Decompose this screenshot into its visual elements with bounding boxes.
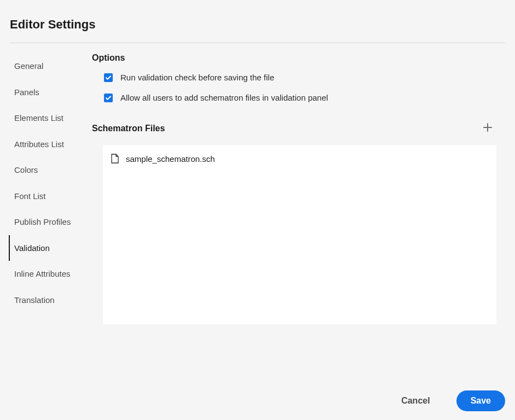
file-icon bbox=[111, 154, 119, 164]
checkbox-label: Run validation check before saving the f… bbox=[120, 73, 274, 82]
file-name: sample_schematron.sch bbox=[126, 154, 215, 164]
sidebar-item-label: Colors bbox=[14, 165, 38, 174]
plus-icon bbox=[483, 122, 493, 135]
sidebar-item-font-list[interactable]: Font List bbox=[9, 183, 92, 209]
sidebar-item-inline-attributes[interactable]: Inline Attributes bbox=[9, 261, 92, 287]
schematron-header-row: Schematron Files bbox=[92, 121, 502, 136]
sidebar-item-label: Font List bbox=[14, 191, 46, 201]
sidebar-item-validation[interactable]: Validation bbox=[9, 235, 92, 261]
save-button[interactable]: Save bbox=[456, 390, 505, 411]
sidebar-item-label: Panels bbox=[14, 88, 39, 97]
sidebar-item-label: General bbox=[14, 61, 43, 71]
footer-actions: Cancel Save bbox=[391, 390, 505, 411]
sidebar-item-panels[interactable]: Panels bbox=[9, 79, 92, 106]
content-wrap: General Panels Elements List Attributes … bbox=[0, 43, 515, 324]
sidebar-item-attributes-list[interactable]: Attributes List bbox=[9, 131, 92, 158]
schematron-section: Schematron Files sample_schematron.sch bbox=[92, 121, 502, 324]
sidebar-item-publish-profiles[interactable]: Publish Profiles bbox=[9, 209, 92, 235]
checkbox-label: Allow all users to add schematron files … bbox=[120, 93, 328, 102]
add-schematron-file-button[interactable] bbox=[480, 121, 495, 136]
page-title: Editor Settings bbox=[0, 0, 515, 43]
options-heading: Options bbox=[92, 53, 502, 63]
checkbox-option-run-validation[interactable]: Run validation check before saving the f… bbox=[104, 73, 502, 82]
sidebar-nav: General Panels Elements List Attributes … bbox=[9, 53, 92, 324]
sidebar-item-label: Translation bbox=[14, 295, 55, 305]
sidebar-item-label: Publish Profiles bbox=[14, 217, 71, 226]
schematron-files-panel: sample_schematron.sch bbox=[103, 145, 496, 324]
cancel-button[interactable]: Cancel bbox=[391, 390, 439, 411]
sidebar-item-colors[interactable]: Colors bbox=[9, 157, 92, 183]
schematron-heading: Schematron Files bbox=[92, 124, 165, 133]
sidebar-item-general[interactable]: General bbox=[9, 53, 92, 79]
checkbox-option-allow-schematron[interactable]: Allow all users to add schematron files … bbox=[104, 93, 502, 102]
sidebar-item-label: Elements List bbox=[14, 113, 63, 122]
main-panel: Options Run validation check before savi… bbox=[92, 53, 515, 324]
checkbox-icon bbox=[104, 94, 113, 102]
sidebar-item-label: Inline Attributes bbox=[14, 269, 71, 278]
file-row[interactable]: sample_schematron.sch bbox=[111, 154, 489, 164]
sidebar-item-label: Validation bbox=[14, 243, 50, 253]
sidebar-item-translation[interactable]: Translation bbox=[9, 287, 92, 313]
checkbox-icon bbox=[104, 73, 113, 82]
sidebar-item-label: Attributes List bbox=[14, 139, 64, 149]
sidebar-item-elements-list[interactable]: Elements List bbox=[9, 105, 92, 131]
